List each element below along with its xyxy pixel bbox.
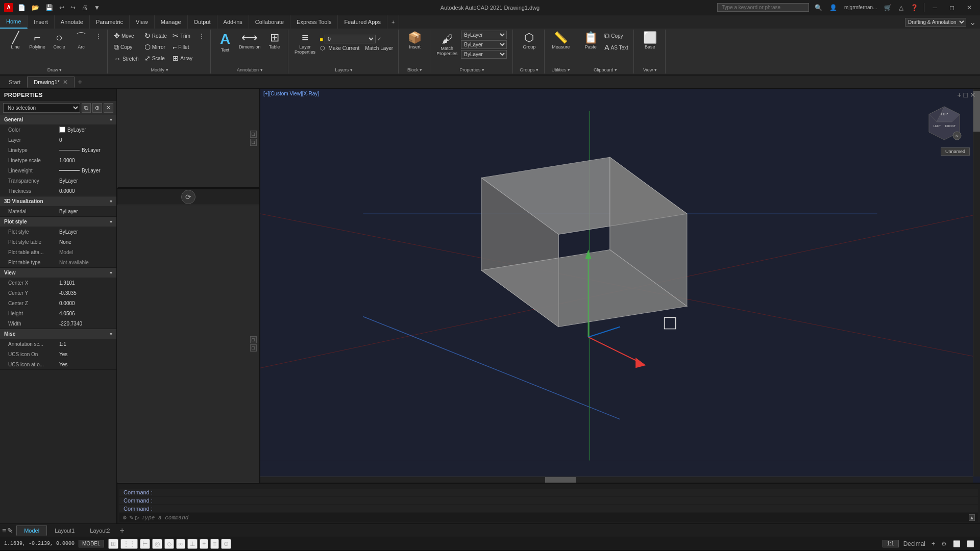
ortho-toggle[interactable]: ⊢ [140,539,150,549]
array-button[interactable]: ⊞ Array [170,53,194,63]
view-group-label[interactable]: View ▾ [643,67,657,72]
search-icon[interactable]: 🔍 [813,4,824,11]
tab-annotate[interactable]: Annotate [55,15,90,29]
tab-home[interactable]: Home [0,15,28,29]
copy-button[interactable]: ⧉ Copy [112,42,141,53]
properties-group-label[interactable]: Properties ▾ [459,67,484,72]
trim-button[interactable]: ✂ Trim [170,31,194,41]
status-layout-icon[interactable]: ⬜ [951,540,962,548]
tab-add[interactable]: + [387,15,399,29]
tab-parametric[interactable]: Parametric [90,15,130,29]
selection-btn2[interactable]: ⊕ [92,103,102,113]
draw-polyline-button[interactable]: ⌐ Polyline [27,31,47,51]
tab-layout2[interactable]: Layout2 [82,525,117,536]
selection-select[interactable]: No selection [3,103,80,113]
section-misc-header[interactable]: Misc ▾ [0,329,116,339]
match-layer-button[interactable]: Match Layer [363,44,395,52]
restore-button[interactable]: ◻ [945,3,959,12]
section-plotstyle-header[interactable]: Plot style ▾ [0,217,116,227]
ducs-toggle[interactable]: ⊥ [187,539,198,549]
layer-select[interactable]: 0 [325,35,376,43]
osnap-toggle[interactable]: ◇ [164,539,174,549]
otrack-toggle[interactable]: ∞ [176,539,186,549]
tab-output[interactable]: Output [188,15,217,29]
table-button[interactable]: ⊞ Table [264,31,285,51]
qs-new[interactable]: 📄 [16,4,27,11]
insert-button[interactable]: 📦 Insert [405,31,425,51]
snap-toggle[interactable]: ⋮⋮ [120,539,138,549]
tab-collaborate[interactable]: Collaborate [249,15,290,29]
viewport-vscroll[interactable] [973,89,980,477]
color-select[interactable]: ByLayer [461,31,507,39]
cmd-scroll-btn[interactable]: ▲ [969,514,975,521]
layout-add-button[interactable]: + [117,526,126,535]
status-model-badge[interactable]: MODEL [79,540,104,547]
orbit-button[interactable]: ⟳ [181,190,195,204]
tab-start[interactable]: Start [2,77,27,87]
vp-corner-btn3[interactable]: ✕ [970,91,976,99]
scale-badge[interactable]: 1:1 [883,540,899,547]
group-button[interactable]: ⬡ Group [519,31,540,51]
section-3dvis-header[interactable]: 3D Visualization ▾ [0,196,116,206]
modify-more-button[interactable]: ⋮ [196,31,207,42]
hscroll-thumb[interactable] [545,477,576,483]
draw-circle-button[interactable]: ○ Circle [49,31,69,51]
lw-toggle[interactable]: ≡ [210,539,219,549]
layer-properties-button[interactable]: ≡ LayerProperties [292,31,318,56]
mini-viewport-2[interactable]: □ □ [117,205,259,483]
lineweight-select[interactable]: ByLayer [461,50,507,59]
qs-open[interactable]: 📂 [30,4,41,11]
qs-undo[interactable]: ↩ [58,4,66,11]
vp2-btn2[interactable]: □ [250,344,257,352]
selection-btn1[interactable]: ⧉ [82,103,91,113]
cmd-settings-icon[interactable]: ⚙ [122,515,127,520]
match-properties-button[interactable]: 🖌 MatchProperties [434,32,459,58]
mirror-button[interactable]: ⬡ Mirror [142,42,169,52]
cart-icon[interactable]: 🛒 [883,4,893,11]
triangle-icon[interactable]: △ [897,4,905,11]
dyn-toggle[interactable]: + [200,539,208,549]
tab-express[interactable]: Express Tools [290,15,338,29]
paste-button[interactable]: 📋 Paste [580,31,601,51]
vp1-btn1[interactable]: □ [250,131,257,138]
draw-more-button[interactable]: ⋮ [93,31,104,42]
clipboard-copy-button[interactable]: ⧉ Copy [602,31,630,41]
fillet-button[interactable]: ⌐ Fillet [170,42,194,52]
stretch-button[interactable]: ↔ Stretch [112,54,141,64]
draw-group-label[interactable]: Draw ▾ [47,67,62,72]
vp-corner-btn1[interactable]: + [957,91,961,99]
ribbon-collapse-icon[interactable]: ⌄ [969,17,976,27]
viewport-hscroll[interactable] [260,477,973,483]
selection-btn3[interactable]: ✕ [104,103,113,113]
app-icon[interactable]: A [4,3,13,12]
qs-more[interactable]: ▼ [92,4,102,11]
command-input[interactable] [141,515,967,521]
layers-group-label[interactable]: Layers ▾ [335,67,353,72]
status-viewport-icon[interactable]: ⬜ [965,540,976,548]
layout-icon1[interactable]: ≡ [2,527,6,535]
tab-insert[interactable]: Insert [28,15,55,29]
layout-icon2[interactable]: ✎ [7,527,13,535]
tab-view[interactable]: View [130,15,155,29]
tab-layout1[interactable]: Layout1 [47,525,82,536]
clipboard-group-label[interactable]: Clipboard ▾ [594,67,617,72]
vp-corner-btn2[interactable]: □ [964,91,968,99]
navigation-cube[interactable]: TOP FRONT LEFT N [924,104,965,145]
block-group-label[interactable]: Block ▾ [407,67,423,72]
draw-line-button[interactable]: ╱ Line [5,31,26,51]
polar-toggle[interactable]: ◎ [152,539,162,549]
minimize-button[interactable]: ─ [928,3,941,12]
section-general-header[interactable]: General ▾ [0,115,116,124]
linetype-select[interactable]: ByLayer [461,40,507,49]
draw-arc-button[interactable]: ⌒ Arc [71,31,91,51]
move-button[interactable]: ✥ Move [112,31,141,41]
text-button[interactable]: A Text [215,31,235,54]
tab-drawing1-close[interactable]: ✕ [63,79,68,86]
make-current-button[interactable]: Make Current [327,44,362,52]
close-button[interactable]: ✕ [963,3,976,12]
modify-group-label[interactable]: Modify ▾ [151,67,168,72]
status-plus[interactable]: + [930,540,937,548]
status-gear[interactable]: ⚙ [940,540,948,548]
grid-toggle[interactable]: ⊞ [108,539,118,549]
qs-plot[interactable]: 🖨 [80,4,89,11]
